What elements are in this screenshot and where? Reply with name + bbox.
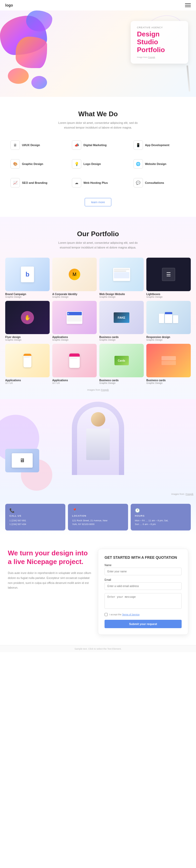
portfolio-item-5[interactable]: ✋ Flyer design Graphic Design xyxy=(5,301,50,341)
form-checkbox[interactable] xyxy=(105,613,108,616)
portfolio-title-10: Applications xyxy=(52,379,97,382)
portfolio-title-9: Applications xyxy=(5,379,50,382)
portfolio-title: Our Portfolio xyxy=(5,230,191,238)
footer-sample: Sample text. Click to select the Text El… xyxy=(0,645,196,652)
portfolio-thumb-1: b xyxy=(5,258,50,291)
portfolio-item-3[interactable]: Web Design Website Graphic Design xyxy=(99,258,144,298)
portfolio-thumb-3 xyxy=(99,258,144,291)
about-person-container xyxy=(72,402,124,475)
quote-left: We turn your design into a live Nicepage… xyxy=(8,549,98,590)
consult-icon: 💬 xyxy=(133,178,143,187)
hero-agency-label: CREATIVE AGENCY xyxy=(137,26,182,29)
portfolio-thumb-9 xyxy=(5,344,50,377)
portfolio-thumb-8 xyxy=(146,301,191,334)
location-icon: 📍 xyxy=(72,508,124,513)
portfolio-title-8: Responsive design xyxy=(146,336,191,339)
portfolio-thumb-4: ☰ xyxy=(146,258,191,291)
hero-blob-5 xyxy=(31,76,47,89)
form-checkbox-row: I accept the Terms of Service xyxy=(105,613,182,616)
portfolio-cat-8: Graphic Design xyxy=(146,339,191,341)
contact-card-location: 📍 LOCATION 121 Rock Street, 21 Avenue, N… xyxy=(68,504,128,530)
portfolio-item-12[interactable]: Business cards Graphic Design xyxy=(146,344,191,384)
portfolio-item-11[interactable]: Cards Business cards Graphic Design xyxy=(99,344,144,384)
uiux-label: UI/UX Design xyxy=(22,144,40,147)
form-name-label: Name xyxy=(105,564,182,567)
portfolio-title-7: Business cards xyxy=(99,336,144,339)
portfolio-cat-1: Graphic Design xyxy=(5,296,50,298)
quote-form-card: GET STARTED WITH A FREE QUOTATION Name E… xyxy=(98,549,188,635)
portfolio-title-12: Business cards xyxy=(146,379,191,382)
form-email-group: Email xyxy=(105,579,182,590)
portfolio-cat-12: Graphic Design xyxy=(146,382,191,384)
portfolio-title-5: Flyer design xyxy=(5,336,50,339)
portfolio-thumb-6: b xyxy=(52,301,97,334)
portfolio-subtitle: Lorem ipsum dolor sit amet, consectetur … xyxy=(53,241,143,250)
contact-location-label: LOCATION xyxy=(72,515,124,517)
portfolio-thumb-12 xyxy=(146,344,191,377)
service-logo: 💡 Logo Design xyxy=(69,157,126,171)
hosting-label: Web Hosting Plus xyxy=(83,181,108,184)
portfolio-item-9[interactable]: Applications UI / UX xyxy=(5,344,50,384)
hamburger-menu[interactable] xyxy=(185,3,191,7)
website-label: Website Design xyxy=(145,162,166,165)
form-name-input[interactable] xyxy=(105,568,182,575)
hero-blob-3 xyxy=(26,10,52,31)
portfolio-thumb-10 xyxy=(52,344,97,377)
digital-marketing-icon: 📣 xyxy=(72,141,81,150)
learn-more-button[interactable]: learn more xyxy=(85,198,112,206)
quote-section: We turn your design into a live Nicepage… xyxy=(0,536,196,645)
hero-section: CREATIVE AGENCY Design Studio Portfolio … xyxy=(0,10,196,97)
portfolio-title-6: Applications xyxy=(52,336,97,339)
terms-link[interactable]: Terms of Service xyxy=(122,613,140,616)
portfolio-freepik-link[interactable]: Freepik xyxy=(101,389,109,391)
portfolio-item-2[interactable]: M A Corporate Identity Graphic Design xyxy=(52,258,97,298)
portfolio-grid: b Brand Campaign Graphic Design M A Corp… xyxy=(5,258,191,384)
hero-blob-2 xyxy=(16,37,47,68)
portfolio-thumb-11: Cards xyxy=(99,344,144,377)
clock-icon: 🕐 xyxy=(135,508,187,513)
what-we-do-title: What We Do xyxy=(8,110,188,118)
services-grid: 🖥 UI/UX Design 📣 Digital Marketing 📱 App… xyxy=(8,138,188,190)
portfolio-item-7[interactable]: FAKE Business cards Graphic Design xyxy=(99,301,144,341)
app-dev-label: App Development xyxy=(145,144,169,147)
about-desk-image: 🖥 xyxy=(5,449,39,472)
portfolio-cat-9: UI / UX xyxy=(5,382,50,384)
portfolio-cat-7: Graphic Design xyxy=(99,339,144,341)
hero-freepik-link[interactable]: Freepik xyxy=(148,56,155,58)
service-website: 🌐 Website Design xyxy=(131,157,188,171)
portfolio-title-2: A Corporate Identity xyxy=(52,293,97,296)
portfolio-cat-3: Graphic Design xyxy=(99,296,144,298)
form-message-input[interactable] xyxy=(105,593,182,609)
hamburger-line3 xyxy=(185,6,191,7)
hosting-icon: ☁ xyxy=(72,178,81,187)
contact-card-hours: 🕐 HOURS Mon – Fri … 11 am – 8 pm; Sat, S… xyxy=(131,504,191,530)
contact-info-section: 📞 CALL US 1 (234) 567-891 1 (234) 567-43… xyxy=(0,499,196,536)
portfolio-thumb-2: M xyxy=(52,258,97,291)
portfolio-cat-5: Graphic Design xyxy=(5,339,50,341)
contact-hours-value: Mon – Fri … 11 am – 8 pm; Sat, Sun … 6 a… xyxy=(135,519,187,526)
portfolio-cat-4: Graphic Design xyxy=(146,296,191,298)
portfolio-item-8[interactable]: Responsive design Graphic Design xyxy=(146,301,191,341)
portfolio-title-4: Lightboxes xyxy=(146,293,191,296)
logo-label: Logo Design xyxy=(83,162,101,165)
about-freepik-link[interactable]: Freepik xyxy=(186,493,193,495)
portfolio-cat-2: Graphic Design xyxy=(52,296,97,298)
portfolio-cat-11: Graphic Design xyxy=(99,382,144,384)
form-checkbox-label: I accept the Terms of Service xyxy=(109,613,140,616)
form-email-input[interactable] xyxy=(105,582,182,590)
portfolio-item-1[interactable]: b Brand Campaign Graphic Design xyxy=(5,258,50,298)
portfolio-item-6[interactable]: b Applications Graphic Design xyxy=(52,301,97,341)
graphic-label: Graphic Design xyxy=(22,162,43,165)
portfolio-item-10[interactable]: Applications UI / UX xyxy=(52,344,97,384)
portfolio-title-1: Brand Campaign xyxy=(5,293,50,296)
service-uiux: 🖥 UI/UX Design xyxy=(8,138,65,152)
form-title: GET STARTED WITH A FREE QUOTATION xyxy=(105,555,182,560)
website-icon: 🌐 xyxy=(133,159,143,168)
submit-button[interactable]: Submit your request xyxy=(105,620,182,628)
portfolio-item-4[interactable]: ☰ Lightboxes Graphic Design xyxy=(146,258,191,298)
quote-tagline: We turn your design into a live Nicepage… xyxy=(8,549,93,567)
phone-icon: 📞 xyxy=(9,508,61,513)
portfolio-thumb-7: FAKE xyxy=(99,301,144,334)
app-dev-icon: 📱 xyxy=(133,141,143,150)
what-we-do-section: What We Do Lorem ipsum dolor sit amet, c… xyxy=(0,97,196,217)
